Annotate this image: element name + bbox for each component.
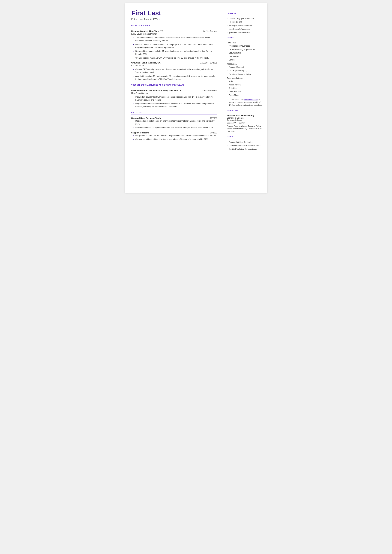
project-dates-1: 04/2020 xyxy=(210,117,217,119)
tool-item: Visio xyxy=(227,80,263,83)
bullet-item: Designed and implemented an encryption t… xyxy=(133,119,217,126)
tool-item: RoboHelp xyxy=(227,87,263,90)
candidate-name: First Last xyxy=(131,9,217,17)
hard-skills-list: Proofreading (Advanced) Technical Writin… xyxy=(227,44,263,61)
bullet-item: Assisted in creating 11+ video scripts, … xyxy=(133,75,217,81)
job-block-2: Growthsi, San Francisco, CA 07/2020 – 10… xyxy=(131,62,217,81)
left-column: First Last Entry-Level Technical Writer … xyxy=(125,3,223,193)
hard-skills-label: Hard Skills: xyxy=(227,42,263,44)
skill-item: Technical Writing (Experienced) xyxy=(227,48,263,51)
skills-title: SKILLS xyxy=(227,37,263,39)
technique-item: User Experience (UX) xyxy=(227,69,263,72)
job-dates-1: 11/2021 – Present xyxy=(200,30,217,32)
contact-title: CONTACT xyxy=(227,12,263,14)
techniques-list: Technical Support User Experience (UX) F… xyxy=(227,66,263,76)
promo-link[interactable]: Resume Worded xyxy=(244,98,258,100)
project-name-2: Support Chatbots xyxy=(131,132,149,134)
job-company-2: Growthsi, San Francisco, CA xyxy=(131,62,161,64)
projects-divider xyxy=(131,114,217,115)
job-company-1: Resume Worded, New York, NY xyxy=(131,30,163,32)
contact-item-github: github.com/resumeworded xyxy=(227,31,263,34)
volunteer-block-1: Resume Worded's Business Society, New Yo… xyxy=(131,89,217,108)
volunteer-dates-1: 12/2021 – Present xyxy=(200,89,217,91)
technique-item: Technical Support xyxy=(227,66,263,69)
other-list: Technical Writing Certificate. Certified… xyxy=(227,141,263,150)
skills-section: SKILLS Hard Skills: Proofreading (Advanc… xyxy=(227,37,263,106)
tool-item: Adobe Acrobat xyxy=(227,83,263,86)
skill-item: Documentation xyxy=(227,51,263,54)
education-section: EDUCATION Resume Worded University Bache… xyxy=(227,109,263,133)
tools-list: Visio Adobe Acrobat RoboHelp MadCap Flar… xyxy=(227,80,263,97)
edu-degree: Bachelor of Science xyxy=(227,117,263,119)
volunteering-title: VOLUNTEERING ACTIVITIES AND EXTRACURRICU… xyxy=(131,84,217,86)
projects-section: PROJECTS Secured Card Payment Tools 04/2… xyxy=(131,112,217,141)
project-bullets-2: Designed a chatbot that improves the res… xyxy=(131,134,217,141)
volunteer-bullets-1: Installed 13 standard software applicati… xyxy=(131,96,217,108)
job-block-1: Resume Worded, New York, NY 11/2021 – Pr… xyxy=(131,30,217,59)
bullet-item: Designed a chatbot that improves the res… xyxy=(133,134,217,137)
skill-item: User Guides xyxy=(227,55,263,58)
project-header-2: Support Chatbots 04/2020 xyxy=(131,132,217,134)
work-experience-section: WORK EXPERIENCE Resume Worded, New York,… xyxy=(131,25,217,81)
contact-item-phone: +1-234-456-789 xyxy=(227,21,263,23)
right-column: CONTACT Denver, OH (Open to Remote) +1-2… xyxy=(223,3,267,193)
bullet-item: Provided technical documentation for 15+… xyxy=(133,43,217,49)
job-title-2: Content Writer xyxy=(131,64,217,67)
edu-field: Computer Science xyxy=(227,119,263,121)
candidate-subtitle: Entry-Level Technical Writer xyxy=(131,18,217,20)
edu-location-date: Boston, MA — 06/2020 xyxy=(227,122,263,124)
tools-label: Tools and Software: xyxy=(227,77,263,79)
contact-item-linkedin: linkedin.com/in/username xyxy=(227,28,263,30)
skill-item: Proofreading (Advanced) xyxy=(227,44,263,47)
edu-institution: Resume Worded University xyxy=(227,114,263,117)
projects-title: PROJECTS xyxy=(131,112,217,113)
work-experience-divider xyxy=(131,28,217,28)
project-header-1: Secured Card Payment Tools 04/2020 xyxy=(131,117,217,119)
bullet-item: Installed 13 standard software applicati… xyxy=(133,96,217,102)
other-section: OTHER Technical Writing Certificate. Cer… xyxy=(227,136,263,150)
other-title: OTHER xyxy=(227,136,263,138)
techniques-label: Techniques: xyxy=(227,63,263,65)
job-bullets-2: Created SEO-friendly content for 15+ cus… xyxy=(131,68,217,81)
volunteer-title-1: Help Desk Support xyxy=(131,92,217,94)
other-item: Technical Writing Certificate. xyxy=(227,141,263,144)
project-dates-2: 04/2020 xyxy=(210,132,217,134)
other-item: Certified Professional Technical Writer. xyxy=(227,144,263,147)
edu-awards: Awards: Resume Worded Teaching Fellow (o… xyxy=(227,125,263,133)
job-bullets-1: Assisted in updating 18 months of PowerP… xyxy=(131,36,217,59)
project-bullets-1: Designed and implemented an encryption t… xyxy=(131,119,217,129)
resume-container: First Last Entry-Level Technical Writer … xyxy=(125,3,267,193)
project-block-1: Secured Card Payment Tools 04/2020 Desig… xyxy=(131,117,217,129)
skills-divider xyxy=(227,40,263,40)
bullet-item: Designed training manuals for 25 incomin… xyxy=(133,50,217,56)
volunteer-company-1: Resume Worded's Business Society, New Yo… xyxy=(131,89,183,91)
job-dates-2: 07/2020 – 10/2021 xyxy=(200,62,217,64)
tool-item: FrameMaker xyxy=(227,94,263,97)
bullet-item: Implemented an RSA algorithm that reduce… xyxy=(133,126,217,129)
education-divider xyxy=(227,112,263,112)
education-title: EDUCATION xyxy=(227,109,263,111)
contact-item-location: Denver, OH (Open to Remote) xyxy=(227,17,263,20)
project-name-1: Secured Card Payment Tools xyxy=(131,117,161,119)
volunteer-header-1: Resume Worded's Business Society, New Yo… xyxy=(131,89,217,91)
work-experience-title: WORK EXPERIENCE xyxy=(131,25,217,27)
bullet-item: Created an offline tool that boosts the … xyxy=(133,138,217,141)
tool-item: MadCap Flare xyxy=(227,90,263,93)
bullet-item: Created training materials with 17+ trai… xyxy=(133,56,217,60)
job-header-1: Resume Worded, New York, NY 11/2021 – Pr… xyxy=(131,30,217,32)
technique-item: Functional Documentation xyxy=(227,73,263,76)
project-block-2: Support Chatbots 04/2020 Designed a chat… xyxy=(131,132,217,141)
bullet-item: Diagnosed and resolved issues with the s… xyxy=(133,102,217,108)
job-header-2: Growthsi, San Francisco, CA 07/2020 – 10… xyxy=(131,62,217,64)
resume-header: First Last Entry-Level Technical Writer xyxy=(131,9,217,20)
bullet-item: Created SEO-friendly content for 15+ cus… xyxy=(133,68,217,74)
job-title-1: Entry-Level Technical Writer xyxy=(131,33,217,35)
volunteering-section: VOLUNTEERING ACTIVITIES AND EXTRACURRICU… xyxy=(131,84,217,108)
contact-list: Denver, OH (Open to Remote) +1-234-456-7… xyxy=(227,17,263,34)
bullet-item: Assisted in updating 18 months of PowerP… xyxy=(133,36,217,42)
skill-item: Editing xyxy=(227,58,263,61)
other-divider xyxy=(227,139,263,139)
promo-note: Don't forget to use Resume Worded to sca… xyxy=(227,98,263,106)
contact-item-email: email@resumeworded.com xyxy=(227,24,263,27)
contact-section: CONTACT Denver, OH (Open to Remote) +1-2… xyxy=(227,12,263,34)
